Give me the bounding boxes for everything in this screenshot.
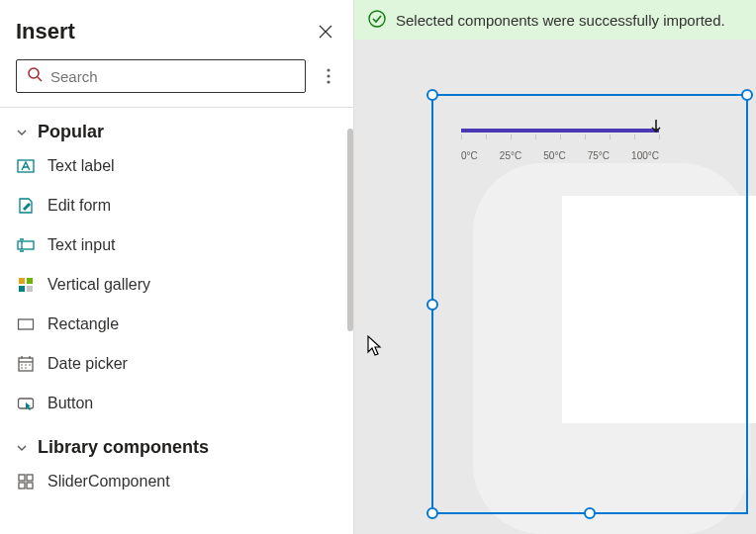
text-label-icon — [16, 156, 36, 176]
chevron-down-icon — [16, 127, 28, 138]
svg-point-19 — [29, 364, 31, 366]
svg-rect-8 — [19, 278, 25, 284]
item-label: Text label — [47, 157, 115, 175]
section-toggle-popular[interactable]: Popular — [0, 108, 353, 146]
resize-handle-tl[interactable] — [426, 89, 438, 101]
close-button[interactable] — [312, 18, 339, 45]
search-input[interactable] — [50, 68, 295, 85]
svg-point-17 — [21, 364, 23, 366]
insert-panel: Insert Popular Text label Ed — [0, 0, 354, 534]
svg-rect-11 — [27, 286, 33, 292]
svg-rect-25 — [19, 483, 25, 489]
svg-line-1 — [38, 77, 42, 81]
item-label: Date picker — [47, 355, 128, 373]
more-vertical-icon — [327, 68, 331, 84]
svg-rect-24 — [27, 475, 33, 481]
insert-item-text-label[interactable]: Text label — [0, 146, 353, 186]
svg-rect-26 — [27, 483, 33, 489]
svg-point-2 — [327, 68, 330, 71]
edit-form-icon — [16, 196, 36, 216]
button-icon — [16, 394, 36, 413]
svg-point-27 — [369, 11, 385, 27]
resize-handle-tr[interactable] — [741, 89, 753, 101]
design-canvas[interactable]: Selected components were successfully im… — [354, 0, 756, 534]
item-label: SliderComponent — [47, 473, 170, 490]
svg-point-21 — [25, 367, 27, 369]
insert-item-edit-form[interactable]: Edit form — [0, 186, 353, 225]
svg-rect-12 — [19, 319, 34, 329]
search-icon — [27, 66, 43, 86]
svg-rect-10 — [19, 286, 25, 292]
item-label: Vertical gallery — [47, 276, 150, 294]
insert-item-slidercomponent[interactable]: SliderComponent — [0, 462, 353, 501]
section-toggle-library[interactable]: Library components — [0, 423, 353, 462]
svg-point-4 — [327, 80, 330, 83]
close-icon — [318, 24, 333, 40]
scrollbar-thumb[interactable] — [347, 129, 353, 331]
resize-handle-bl[interactable] — [426, 507, 438, 519]
svg-point-20 — [21, 367, 23, 369]
item-label: Button — [47, 395, 93, 412]
insert-title: Insert — [16, 19, 75, 44]
svg-point-18 — [25, 364, 27, 366]
search-row — [0, 59, 353, 107]
insert-item-text-input[interactable]: Text input — [0, 225, 353, 265]
success-check-icon — [368, 10, 386, 31]
more-options-button[interactable] — [320, 62, 337, 90]
success-toast: Selected components were successfully im… — [354, 0, 756, 40]
section-title: Library components — [38, 437, 209, 458]
svg-point-0 — [29, 68, 39, 78]
resize-handle-bm[interactable] — [584, 507, 596, 519]
insert-header: Insert — [0, 18, 353, 59]
date-picker-icon — [16, 354, 36, 374]
section-title: Popular — [38, 122, 104, 142]
resize-handle-ml[interactable] — [426, 299, 438, 311]
item-label: Rectangle — [47, 315, 119, 333]
text-input-icon — [16, 235, 36, 255]
svg-rect-23 — [19, 475, 25, 481]
selection-outline[interactable] — [431, 94, 748, 514]
chevron-down-icon — [16, 442, 28, 454]
search-box[interactable] — [16, 59, 306, 93]
insert-item-rectangle[interactable]: Rectangle — [0, 305, 353, 344]
item-label: Edit form — [47, 197, 111, 215]
svg-rect-9 — [27, 278, 33, 284]
svg-point-3 — [327, 74, 330, 77]
insert-item-vertical-gallery[interactable]: Vertical gallery — [0, 265, 353, 305]
toast-message: Selected components were successfully im… — [396, 12, 725, 29]
insert-item-date-picker[interactable]: Date picker — [0, 344, 353, 384]
gallery-icon — [16, 275, 36, 295]
rectangle-icon — [16, 314, 36, 334]
item-label: Text input — [47, 236, 115, 254]
insert-item-button[interactable]: Button — [0, 384, 353, 423]
component-icon — [16, 472, 36, 491]
svg-rect-6 — [18, 241, 34, 249]
